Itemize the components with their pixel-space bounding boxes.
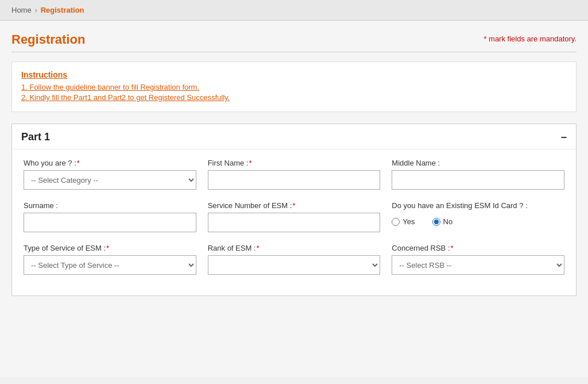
required-star-rank: * <box>256 244 259 252</box>
esm-id-card-label: Do you have an Existing ESM Id Card ? : <box>392 201 564 210</box>
middle-name-label: Middle Name : <box>392 159 564 167</box>
form-group-esm-id-card: Do you have an Existing ESM Id Card ? : … <box>392 201 564 232</box>
mandatory-note: * mark fields are mandatory. <box>483 34 577 43</box>
instructions-item-1[interactable]: 1. Follow the guideline banner to fill R… <box>21 83 567 91</box>
breadcrumb-separator: › <box>35 6 37 14</box>
concerned-rsb-select[interactable]: -- Select RSB -- <box>392 255 564 275</box>
concerned-rsb-label: Concerned RSB :* <box>392 244 564 252</box>
breadcrumb-current: Registration <box>41 6 84 14</box>
page-header: Registration * mark fields are mandatory… <box>11 32 577 47</box>
type-of-service-label: Type of Service of ESM :* <box>24 244 196 252</box>
required-star-fn: * <box>249 159 252 167</box>
form-group-middle-name: Middle Name : <box>392 159 564 190</box>
rank-select[interactable] <box>208 255 381 275</box>
form-card-header: Part 1 − <box>12 124 576 149</box>
form-group-who-you-are: Who you are ? :* -- Select Category -- E… <box>24 159 196 190</box>
form-group-concerned-rsb: Concerned RSB :* -- Select RSB -- <box>392 244 564 275</box>
main-content: Registration * mark fields are mandatory… <box>0 21 588 377</box>
rank-label: Rank of ESM :* <box>208 244 381 252</box>
radio-yes-label[interactable]: Yes <box>392 217 415 226</box>
form-row-1: Who you are ? :* -- Select Category -- E… <box>24 159 564 190</box>
form-group-rank: Rank of ESM :* <box>208 244 381 275</box>
category-select[interactable]: -- Select Category -- ESM Widow Dependen… <box>24 170 196 190</box>
surname-input[interactable] <box>24 213 196 232</box>
who-you-are-label: Who you are ? :* <box>24 159 196 167</box>
required-star: * <box>77 159 80 167</box>
form-row-3: Type of Service of ESM :* -- Select Type… <box>24 244 564 275</box>
page-title: Registration <box>11 32 85 47</box>
form-group-surname: Surname : <box>24 201 196 232</box>
instructions-item-2[interactable]: 2. Kindly fill the Part1 and Part2 to ge… <box>21 93 567 102</box>
required-star-rsb: * <box>451 244 454 252</box>
radio-yes[interactable] <box>392 218 400 226</box>
radio-no-label[interactable]: No <box>432 217 453 226</box>
form-group-type-of-service: Type of Service of ESM :* -- Select Type… <box>24 244 196 275</box>
form-group-service-number: Service Number of ESM :* <box>208 201 381 232</box>
form-row-2: Surname : Service Number of ESM :* Do yo… <box>24 201 564 232</box>
esm-id-radio-group: Yes No <box>392 217 564 226</box>
radio-no[interactable] <box>432 218 440 226</box>
first-name-input[interactable] <box>208 170 381 190</box>
service-number-label: Service Number of ESM :* <box>208 201 381 210</box>
required-star-sn: * <box>292 201 295 210</box>
type-of-service-select[interactable]: -- Select Type of Service -- Army Navy A… <box>24 255 196 275</box>
page-divider <box>11 52 577 52</box>
required-star-ts: * <box>106 244 109 252</box>
surname-label: Surname : <box>24 201 196 210</box>
collapse-button[interactable]: − <box>560 132 567 143</box>
form-card-part1: Part 1 − Who you are ? :* -- Select Cate… <box>11 124 577 296</box>
breadcrumb-bar: Home › Registration <box>0 0 588 21</box>
middle-name-input[interactable] <box>392 170 564 190</box>
form-body: Who you are ? :* -- Select Category -- E… <box>12 149 576 295</box>
breadcrumb-home[interactable]: Home <box>11 6 32 14</box>
first-name-label: First Name :* <box>208 159 381 167</box>
form-card-title: Part 1 <box>21 131 50 143</box>
service-number-input[interactable] <box>208 213 381 232</box>
form-group-first-name: First Name :* <box>208 159 381 190</box>
instructions-title[interactable]: Instructions <box>21 70 567 79</box>
instructions-box: Instructions 1. Follow the guideline ban… <box>11 62 577 112</box>
